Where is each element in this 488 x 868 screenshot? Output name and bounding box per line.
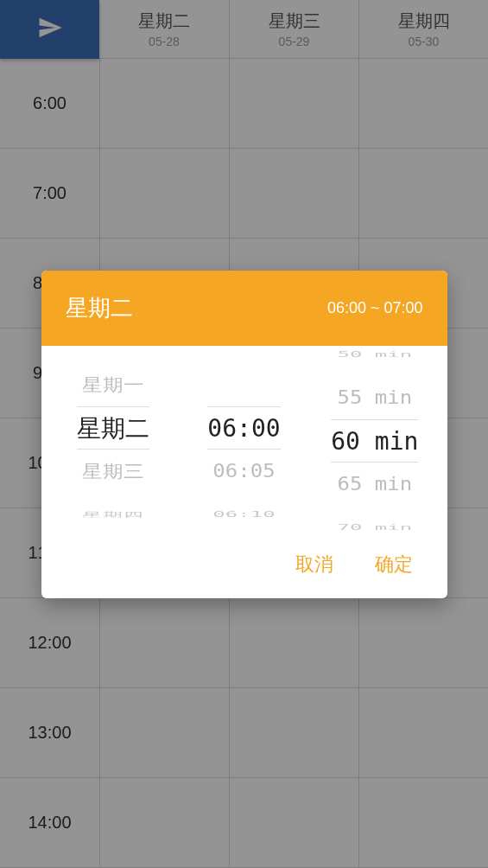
picker-item: 06:10 xyxy=(212,507,275,522)
duration-picker[interactable]: 50 min 55 min 60 min 65 min 70 min xyxy=(309,346,440,536)
app-root: 星期二 05-28 星期三 05-29 星期四 05-30 星 0 6:00 7… xyxy=(0,0,488,868)
time-picker[interactable]: 06:00 06:05 06:10 xyxy=(179,346,309,536)
time-picker-dialog: 星期二 06:00 ~ 07:00 星期一 星期二 星期三 星期四 06:00 … xyxy=(41,271,447,598)
picker-item-selected: 60 min xyxy=(331,419,418,463)
dialog-header: 星期二 06:00 ~ 07:00 xyxy=(41,271,447,346)
picker-item: 70 min xyxy=(337,520,412,535)
dialog-actions: 取消 确定 xyxy=(41,536,447,598)
picker-item: 06:05 xyxy=(212,452,275,489)
picker-item-selected: 星期二 xyxy=(77,406,149,450)
picker-item: 50 min xyxy=(337,347,412,362)
cancel-button[interactable]: 取消 xyxy=(295,552,333,578)
dialog-title: 星期二 xyxy=(66,293,133,323)
confirm-button[interactable]: 确定 xyxy=(375,552,413,578)
picker-row: 星期一 星期二 星期三 星期四 06:00 06:05 06:10 50 min… xyxy=(41,346,447,536)
picker-item: 星期三 xyxy=(82,452,144,489)
picker-item: 65 min xyxy=(337,465,412,502)
picker-item-selected: 06:00 xyxy=(207,406,280,450)
picker-item: 星期四 xyxy=(82,507,144,522)
dialog-time-range: 06:00 ~ 07:00 xyxy=(327,299,423,317)
picker-item: 55 min xyxy=(337,379,412,416)
day-picker[interactable]: 星期一 星期二 星期三 星期四 xyxy=(48,346,179,536)
modal-overlay[interactable]: 星期二 06:00 ~ 07:00 星期一 星期二 星期三 星期四 06:00 … xyxy=(0,0,488,868)
picker-item: 星期一 xyxy=(82,366,144,403)
